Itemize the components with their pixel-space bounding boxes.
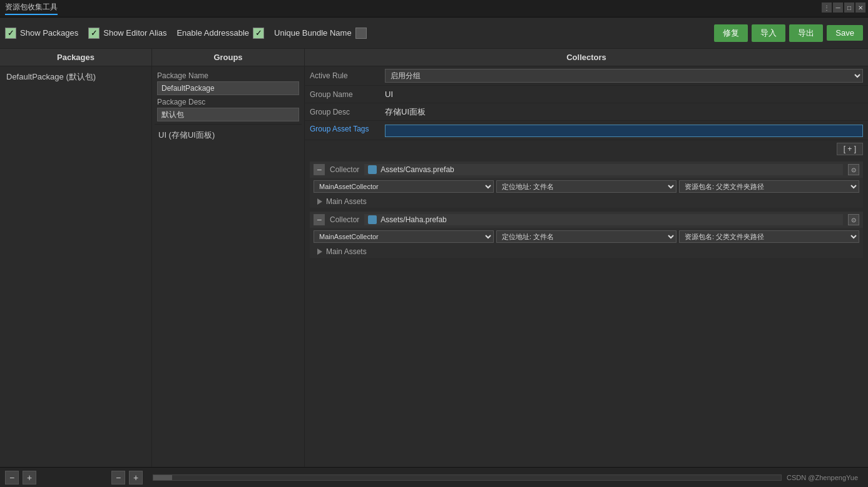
collector-expand-0[interactable]: Main Assets	[310, 195, 863, 208]
asset-icon-0	[368, 165, 377, 174]
window-controls: ⋮ ─ □ ✕	[822, 3, 865, 13]
active-rule-select[interactable]: 启用分组 禁用分组	[385, 69, 863, 83]
asset-path-1: Assets/Haha.prefab	[380, 215, 839, 224]
close-btn[interactable]: ✕	[855, 3, 865, 13]
groups-content: Package Name Package Desc UI (存储UI面板)	[152, 66, 304, 467]
expand-arrow-0	[317, 198, 322, 205]
group-asset-tags-label[interactable]: Group Asset Tags	[310, 125, 385, 133]
group-asset-tags-value	[385, 125, 863, 137]
group-list-item-ui[interactable]: UI (存储UI面板)	[155, 127, 302, 143]
show-editor-alias-check[interactable]: Show Editor Alias	[88, 28, 166, 39]
group-name-value: UI	[385, 90, 863, 99]
show-editor-alias-label: Show Editor Alias	[103, 28, 166, 38]
packages-header: Packages	[0, 49, 151, 66]
asset-path-0: Assets/Canvas.prefab	[380, 165, 839, 174]
collector-header-row-1: − Collector Assets/Haha.prefab ⊙	[310, 212, 863, 228]
expand-label-0: Main Assets	[326, 197, 367, 206]
package-desc-label: Package Desc	[157, 98, 299, 106]
collector-header-row-0: − Collector Assets/Canvas.prefab ⊙	[310, 161, 863, 178]
address-rule-select-1[interactable]: 定位地址: 文件名	[496, 230, 677, 243]
enable-addressable-checkbox[interactable]	[253, 28, 264, 39]
group-name-label: Group Name	[310, 90, 385, 99]
repair-button[interactable]: 修复	[714, 24, 748, 42]
toolbar-left: Show Packages Show Editor Alias Enable A…	[5, 28, 367, 39]
show-packages-checkbox[interactable]	[5, 28, 16, 39]
maximize-btn[interactable]: □	[844, 3, 854, 13]
menu-btn[interactable]: ⋮	[822, 3, 832, 13]
expand-arrow-1	[317, 249, 322, 255]
package-item-default[interactable]: DefaultPackage (默认包)	[3, 69, 149, 85]
bottom-bar: − + − + CSDN @ZhenpengYue	[0, 467, 868, 487]
packages-bottom-btns: − +	[5, 471, 36, 484]
unique-bundle-name-checkbox[interactable]	[355, 28, 367, 39]
show-packages-check[interactable]: Show Packages	[5, 28, 78, 39]
toolbar-right: 修复 导入 导出 Save	[714, 24, 863, 42]
collector-label-1: Collector	[330, 215, 359, 224]
minimize-btn[interactable]: ─	[833, 3, 843, 13]
expand-label-1: Main Assets	[326, 247, 367, 256]
collectors-header: Collectors	[305, 49, 868, 66]
collector-type-select-0[interactable]: MainAssetCollector	[314, 180, 494, 193]
collectors-panel: Collectors Active Rule 启用分组 禁用分组 Group N…	[305, 49, 868, 467]
collectors-content: Active Rule 启用分组 禁用分组 Group Name UI Grou…	[305, 66, 868, 467]
package-name-input[interactable]	[157, 81, 299, 95]
collector-expand-1[interactable]: Main Assets	[310, 245, 863, 258]
collector-asset-row-0: Assets/Canvas.prefab	[364, 164, 843, 175]
group-desc-text: 存储UI面板	[385, 107, 426, 116]
package-desc-field: Package Desc	[157, 98, 299, 121]
groups-minus-btn[interactable]: −	[111, 471, 125, 484]
active-rule-value: 启用分组 禁用分组	[385, 69, 863, 83]
group-desc-value: 存储UI面板	[385, 106, 863, 118]
add-collector-row: [ + ]	[305, 140, 868, 158]
export-button[interactable]: 导出	[789, 24, 823, 42]
package-desc-input[interactable]	[157, 108, 299, 121]
collector-dropdowns-1: MainAssetCollector 定位地址: 文件名 资源包名: 父类文件夹…	[310, 228, 863, 245]
groups-panel: Groups Package Name Package Desc UI (存储U…	[152, 49, 305, 467]
groups-header: Groups	[152, 49, 304, 66]
collector-block-1: − Collector Assets/Haha.prefab ⊙ MainAss…	[310, 212, 863, 258]
active-rule-label: Active Rule	[310, 71, 385, 80]
active-rule-row: Active Rule 启用分组 禁用分组	[305, 66, 868, 86]
scrollbar-thumb	[153, 475, 172, 480]
packages-content: DefaultPackage (默认包)	[0, 66, 151, 467]
group-name-text: UI	[385, 90, 393, 99]
collector-block-0: − Collector Assets/Canvas.prefab ⊙ MainA…	[310, 161, 863, 208]
add-collector-button[interactable]: [ + ]	[837, 143, 863, 155]
toolbar: Show Packages Show Editor Alias Enable A…	[0, 18, 868, 49]
collector-minus-btn-1[interactable]: −	[314, 214, 325, 225]
main-layout: Packages DefaultPackage (默认包) Groups Pac…	[0, 49, 868, 467]
watermark-text: CSDN @ZhenpengYue	[787, 474, 863, 481]
package-name-label: Package Name	[157, 71, 299, 80]
target-btn-0[interactable]: ⊙	[848, 164, 859, 175]
group-name-row: Group Name UI	[305, 86, 868, 103]
pack-rule-select-0[interactable]: 资源包名: 父类文件夹路径	[679, 180, 859, 193]
group-desc-row: Group Desc 存储UI面板	[305, 103, 868, 121]
target-btn-1[interactable]: ⊙	[848, 214, 859, 225]
address-rule-select-0[interactable]: 定位地址: 文件名	[496, 180, 677, 193]
title-bar: 资源包收集工具 ⋮ ─ □ ✕	[0, 0, 868, 18]
collector-label-0: Collector	[330, 165, 359, 174]
save-button[interactable]: Save	[827, 25, 863, 41]
pack-rule-select-1[interactable]: 资源包名: 父类文件夹路径	[679, 230, 859, 243]
import-button[interactable]: 导入	[752, 24, 785, 42]
package-name-field: Package Name	[157, 71, 299, 95]
show-packages-label: Show Packages	[20, 28, 78, 38]
group-asset-tags-input[interactable]	[385, 125, 863, 137]
collector-asset-row-1: Assets/Haha.prefab	[364, 214, 843, 225]
enable-addressable-check[interactable]: Enable Addressable	[176, 28, 264, 39]
enable-addressable-label: Enable Addressable	[176, 28, 249, 38]
unique-bundle-name-check[interactable]: Unique Bundle Name	[274, 28, 367, 39]
group-asset-tags-row: Group Asset Tags	[305, 121, 868, 140]
horizontal-scrollbar[interactable]	[153, 474, 782, 481]
asset-icon-1	[368, 215, 377, 224]
collector-dropdowns-0: MainAssetCollector 定位地址: 文件名 资源包名: 父类文件夹…	[310, 178, 863, 195]
collector-minus-btn-0[interactable]: −	[314, 164, 325, 175]
packages-panel: Packages DefaultPackage (默认包)	[0, 49, 152, 467]
collector-type-select-1[interactable]: MainAssetCollector	[314, 230, 494, 243]
packages-plus-btn[interactable]: +	[23, 471, 36, 484]
groups-plus-btn[interactable]: +	[129, 471, 143, 484]
packages-minus-btn[interactable]: −	[5, 471, 19, 484]
unique-bundle-name-label: Unique Bundle Name	[274, 28, 352, 38]
groups-bottom-btns: − +	[111, 471, 143, 484]
show-editor-alias-checkbox[interactable]	[88, 28, 100, 39]
